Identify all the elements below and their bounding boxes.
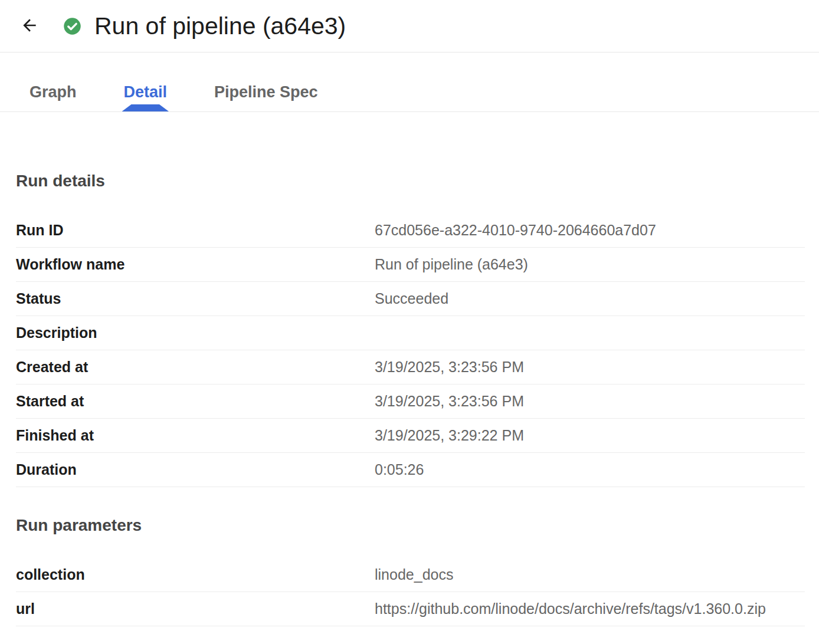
row-label: collection xyxy=(16,566,375,583)
check-circle-success-icon xyxy=(63,17,81,35)
row-value: 3/19/2025, 3:23:56 PM xyxy=(375,393,524,410)
row-label: Started at xyxy=(16,393,375,410)
table-row-workflow-name: Workflow name Run of pipeline (a64e3) xyxy=(16,248,805,282)
run-detail-page: Run of pipeline (a64e3) Graph Detail Pip… xyxy=(0,0,819,644)
tab-bar: Graph Detail Pipeline Spec xyxy=(0,52,819,112)
row-value: Succeeded xyxy=(375,290,448,307)
table-row-collection: collection linode_docs xyxy=(16,558,805,592)
table-row-finished-at: Finished at 3/19/2025, 3:29:22 PM xyxy=(16,419,805,453)
page-title: Run of pipeline (a64e3) xyxy=(94,12,346,40)
row-label: Duration xyxy=(16,461,375,478)
tab-detail-label: Detail xyxy=(124,83,168,101)
row-label: Created at xyxy=(16,359,375,376)
row-label: url xyxy=(16,600,375,617)
row-label: Description xyxy=(16,324,375,341)
tab-pipeline-spec[interactable]: Pipeline Spec xyxy=(191,83,342,111)
row-value: https://github.com/linode/docs/archive/r… xyxy=(375,600,766,617)
table-row-created-at: Created at 3/19/2025, 3:23:56 PM xyxy=(16,350,805,385)
row-label: Status xyxy=(16,290,375,307)
table-row-run-id: Run ID 67cd056e-a322-4010-9740-2064660a7… xyxy=(16,213,805,248)
row-value: 67cd056e-a322-4010-9740-2064660a7d07 xyxy=(375,222,656,239)
run-parameters-table: collection linode_docs url https://githu… xyxy=(16,558,805,626)
row-value: linode_docs xyxy=(375,566,453,583)
tab-graph[interactable]: Graph xyxy=(6,83,100,111)
row-value: Run of pipeline (a64e3) xyxy=(375,256,528,273)
back-button[interactable] xyxy=(19,16,40,36)
arrow-back-icon xyxy=(20,16,39,37)
tab-graph-label: Graph xyxy=(30,83,77,101)
row-label: Finished at xyxy=(16,427,375,444)
page-header: Run of pipeline (a64e3) xyxy=(0,0,819,52)
run-parameters-heading: Run parameters xyxy=(16,515,805,535)
row-value: 3/19/2025, 3:29:22 PM xyxy=(375,427,524,444)
row-value: 0:05:26 xyxy=(375,461,424,478)
run-details-table: Run ID 67cd056e-a322-4010-9740-2064660a7… xyxy=(16,213,805,487)
active-tab-indicator xyxy=(122,104,169,111)
table-row-description: Description xyxy=(16,316,805,350)
tab-detail[interactable]: Detail xyxy=(100,83,191,111)
row-value: 3/19/2025, 3:23:56 PM xyxy=(375,359,524,376)
table-row-started-at: Started at 3/19/2025, 3:23:56 PM xyxy=(16,385,805,419)
run-details-heading: Run details xyxy=(16,171,805,191)
table-row-status: Status Succeeded xyxy=(16,282,805,316)
row-label: Workflow name xyxy=(16,256,375,273)
table-row-duration: Duration 0:05:26 xyxy=(16,453,805,487)
detail-content: Run details Run ID 67cd056e-a322-4010-97… xyxy=(0,171,819,626)
row-label: Run ID xyxy=(16,222,375,239)
tab-pipeline-spec-label: Pipeline Spec xyxy=(214,83,318,101)
table-row-url: url https://github.com/linode/docs/archi… xyxy=(16,592,805,626)
